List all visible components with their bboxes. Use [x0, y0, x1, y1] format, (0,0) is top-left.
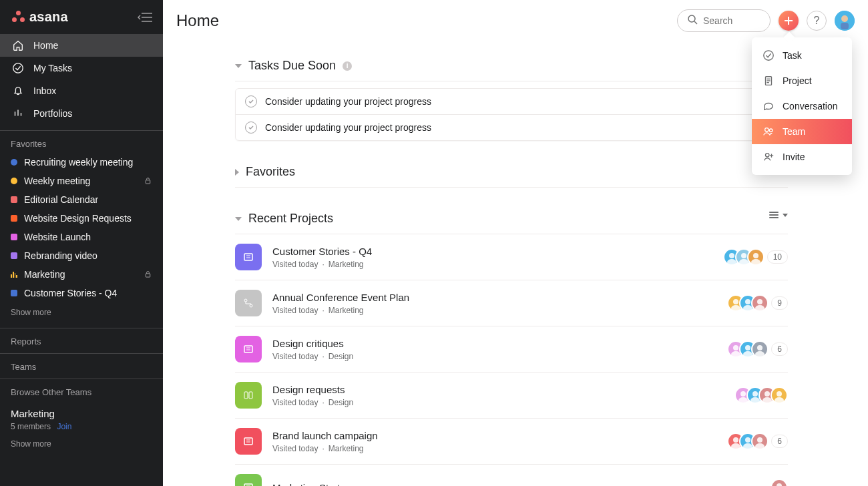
- member-avatar[interactable]: [771, 387, 788, 404]
- favorite-item[interactable]: Marketing: [0, 265, 163, 284]
- member-avatar[interactable]: [747, 248, 765, 266]
- sidebar-nav-inbox[interactable]: Inbox: [0, 79, 163, 102]
- favorite-item[interactable]: Website Design Requests: [0, 209, 163, 228]
- svg-point-49: [745, 345, 750, 350]
- browse-other-teams[interactable]: Browse Other Teams: [0, 379, 163, 401]
- svg-point-47: [733, 345, 738, 350]
- collapse-sidebar-icon[interactable]: [138, 12, 152, 23]
- recent-projects-header[interactable]: Recent Projects: [235, 212, 788, 234]
- complete-task-icon[interactable]: [245, 95, 257, 107]
- project-members: [734, 387, 788, 404]
- svg-point-35: [751, 259, 761, 264]
- show-more-teams[interactable]: Show more: [0, 434, 163, 457]
- svg-point-57: [752, 391, 758, 397]
- search-box[interactable]: [677, 9, 771, 32]
- member-avatar[interactable]: [771, 479, 788, 486]
- task-list: Consider updating your project progressC…: [235, 88, 788, 141]
- bars-icon: [11, 271, 17, 278]
- svg-point-23: [769, 129, 773, 132]
- member-avatar[interactable]: [751, 433, 769, 450]
- project-color-icon: [11, 290, 17, 296]
- clipboard-icon: [763, 75, 775, 87]
- svg-point-75: [777, 483, 782, 486]
- project-members: 10: [723, 248, 788, 266]
- dropdown-item-team[interactable]: Team: [752, 119, 852, 144]
- project-meta: Visited today·Marketing: [272, 444, 716, 453]
- task-row[interactable]: Consider updating your project progress: [236, 115, 787, 140]
- svg-point-51: [757, 345, 763, 350]
- sidebar: asana HomeMy TasksInboxPortfolios Favori…: [0, 0, 163, 486]
- person-plus-icon: [763, 151, 775, 163]
- bell-icon: [12, 85, 24, 97]
- reports-label[interactable]: Reports: [0, 328, 163, 350]
- project-item[interactable]: Design critiquesVisited today·Design6: [235, 326, 788, 373]
- svg-rect-44: [244, 346, 252, 352]
- project-item[interactable]: Brand launch campaignVisited today·Marke…: [235, 419, 788, 465]
- search-input[interactable]: [703, 15, 756, 26]
- project-item[interactable]: Design requestsVisited today·Design: [235, 373, 788, 419]
- task-row[interactable]: Consider updating your project progress: [236, 89, 787, 115]
- dropdown-item-conversation[interactable]: Conversation: [752, 93, 852, 119]
- favorite-item[interactable]: Customer Stories - Q4: [0, 284, 163, 302]
- dropdown-item-project[interactable]: Project: [752, 68, 852, 93]
- caret-right-icon: [235, 169, 239, 176]
- svg-point-33: [739, 259, 748, 264]
- logo[interactable]: asana: [12, 9, 68, 25]
- member-avatar[interactable]: [751, 294, 769, 312]
- svg-point-34: [753, 253, 758, 258]
- team-name: Marketing: [11, 408, 152, 419]
- sidebar-nav-home[interactable]: Home: [0, 34, 163, 57]
- svg-point-55: [740, 391, 746, 397]
- svg-point-37: [250, 304, 252, 307]
- project-item[interactable]: Marketing Strategy: [235, 465, 788, 486]
- svg-point-10: [688, 15, 695, 22]
- favorite-item[interactable]: Editorial Calendar: [0, 190, 163, 209]
- svg-point-17: [764, 51, 773, 60]
- list-view-icon: [769, 212, 779, 218]
- svg-point-52: [755, 351, 765, 356]
- tasks-due-header[interactable]: Tasks Due Soon i See all m: [235, 59, 788, 81]
- join-link[interactable]: Join: [57, 422, 71, 431]
- project-icon: [235, 382, 262, 409]
- show-more-favorites[interactable]: Show more: [0, 302, 163, 325]
- svg-rect-27: [244, 254, 252, 260]
- favorite-item[interactable]: Website Launch: [0, 228, 163, 246]
- complete-task-icon[interactable]: [245, 121, 257, 134]
- teams-label[interactable]: Teams: [0, 354, 163, 376]
- favorites-header[interactable]: Favorites: [235, 165, 788, 188]
- member-count: 6: [771, 342, 788, 356]
- create-button[interactable]: [779, 11, 799, 31]
- svg-point-59: [765, 391, 770, 397]
- svg-point-61: [777, 391, 782, 397]
- project-item[interactable]: Annual Conference Event PlanVisited toda…: [235, 280, 788, 326]
- favorite-item[interactable]: Weekly meeting: [0, 172, 163, 190]
- project-meta: Visited today·Marketing: [272, 260, 712, 269]
- task-title: Consider updating your project progress: [265, 122, 431, 133]
- project-color-icon: [11, 215, 17, 222]
- view-toggle[interactable]: [769, 212, 788, 218]
- favorite-item[interactable]: Recruiting weekly meeting: [0, 153, 163, 172]
- svg-point-38: [733, 299, 738, 304]
- page-title: Home: [176, 11, 219, 30]
- sidebar-nav-portfolios[interactable]: Portfolios: [0, 102, 163, 125]
- create-dropdown: TaskProjectConversationTeamInvite: [752, 37, 852, 175]
- project-color-icon: [11, 196, 17, 203]
- project-color-icon: [11, 234, 17, 240]
- info-icon[interactable]: i: [343, 61, 352, 71]
- project-title: Design critiques: [272, 338, 716, 349]
- svg-rect-9: [146, 274, 150, 277]
- favorite-item[interactable]: Rebranding video: [0, 246, 163, 265]
- people-icon: [763, 126, 775, 138]
- help-button[interactable]: ?: [807, 11, 827, 31]
- project-item[interactable]: Customer Stories - Q4Visited today·Marke…: [235, 234, 788, 280]
- sidebar-nav-my-tasks[interactable]: My Tasks: [0, 57, 163, 79]
- logo-icon: [12, 11, 25, 24]
- dropdown-item-task[interactable]: Task: [752, 43, 852, 68]
- dropdown-item-invite[interactable]: Invite: [752, 144, 852, 170]
- member-avatar[interactable]: [751, 340, 769, 358]
- team-block[interactable]: Marketing 5 members Join: [0, 401, 163, 434]
- svg-point-3: [13, 63, 23, 73]
- svg-point-30: [729, 253, 734, 258]
- user-avatar[interactable]: [835, 11, 855, 31]
- home-icon: [12, 39, 24, 51]
